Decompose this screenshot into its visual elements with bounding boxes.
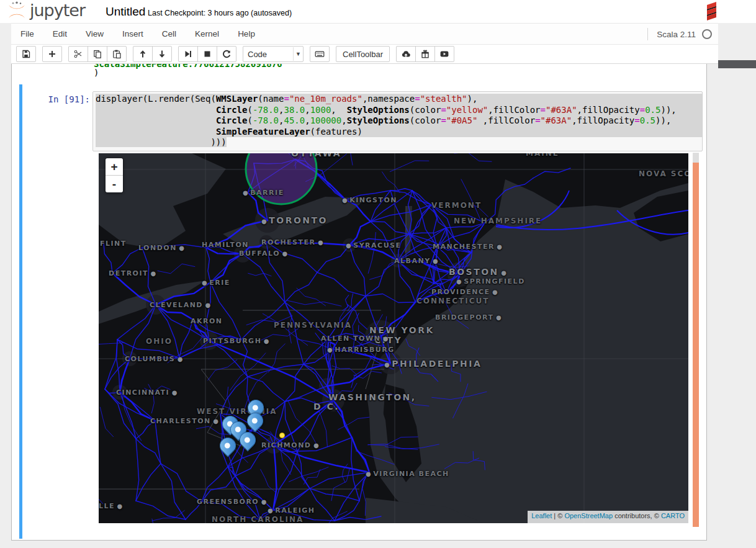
map-label-bridgeport: BRIDGEPORT ● <box>435 313 502 321</box>
refresh-icon <box>222 49 232 59</box>
map-label-allen-town: ALLEN TOWN ● <box>321 335 389 343</box>
toolbar-group <box>178 46 236 62</box>
input-prompt: In [91]: <box>20 94 90 104</box>
toolbar-group: Code▼ <box>243 46 304 62</box>
attribution-link-carto[interactable]: CARTO <box>661 512 685 519</box>
celltoolbar-button[interactable]: CellToolbar <box>336 46 390 62</box>
map-label-virginia-beach: ● VIRGINIA BEACH <box>366 470 449 478</box>
cloud-upload-icon <box>401 49 411 59</box>
code-line: displayer(L.render(Seq(WMSLayer(name="ne… <box>96 94 702 105</box>
selected-cell-indicator <box>19 84 22 539</box>
celltoolbar-label: CellToolbar <box>336 50 389 59</box>
video-button[interactable] <box>434 46 454 62</box>
toolbar-group: CellToolbar <box>336 46 390 62</box>
map-label-greensboro: GREENSBORO ● <box>197 498 266 506</box>
map-label-providence: PROVIDENCE ● <box>431 288 498 296</box>
notebook-container: ScalaSimpleFeature:77661217582691876 ) I… <box>11 64 707 541</box>
map-label-philadelphia: ● PHILADELPHIA <box>384 359 482 369</box>
map-label-pittsburgh: PITTSBURGH ● <box>203 337 269 345</box>
map-label-hamilton: HAMILTON <box>202 241 249 249</box>
attribution-text: contributors, © <box>613 512 661 519</box>
zoom-in-button[interactable]: + <box>106 158 123 176</box>
menu-items: FileEditViewInsertCellKernelHelp <box>11 29 264 38</box>
run-button[interactable] <box>178 46 198 62</box>
map-label-boston: BOSTON ● <box>449 267 506 277</box>
play-video-icon <box>439 49 449 59</box>
map-label-new-hampshire: NEW HAMPSHIRE <box>454 217 542 225</box>
map-label-north-carolina: NORTH CAROLINA <box>212 515 304 523</box>
scala-logo-icon <box>707 1 716 20</box>
code-line: ))) <box>96 137 702 148</box>
map-label-london: LONDON ● <box>138 244 184 252</box>
kernel-name: Scala 2.11 <box>657 30 696 39</box>
menu-cell[interactable]: Cell <box>153 29 186 38</box>
checkpoint-status: Last Checkpoint: 3 hours ago (autosaved) <box>148 9 292 17</box>
map-label-harrisburg: ● HARRISBURG <box>327 346 395 354</box>
move-up-button[interactable] <box>133 46 153 62</box>
nbextensions-button[interactable] <box>415 46 435 62</box>
map-attribution: Leaflet | © OpenStreetMap contributors, … <box>528 511 688 523</box>
menu-kernel[interactable]: Kernel <box>186 29 228 38</box>
cloud-upload-button[interactable] <box>396 46 416 62</box>
jupyter-logo[interactable]: jupyter <box>6 1 85 20</box>
map-label-toronto: ● TORONTO <box>261 215 328 225</box>
menu-insert[interactable]: Insert <box>113 29 153 38</box>
restart-kernel-button[interactable] <box>217 46 236 62</box>
map-label-lle: LLE ● <box>99 502 122 510</box>
menu-file[interactable]: File <box>11 29 43 38</box>
plus-icon <box>47 49 57 59</box>
map-label-flint: FLINT <box>100 240 127 248</box>
stop-button[interactable] <box>197 46 217 62</box>
map-label-erie: ● ERIE <box>202 279 230 287</box>
map-label-springfield: ● SPRINGFIELD <box>456 277 525 285</box>
map-label-detroit: DETROIT ● <box>109 269 156 277</box>
kernel-idle-icon <box>702 29 712 39</box>
attribution-link-leaflet[interactable]: Leaflet <box>531 512 552 519</box>
code-line: SimpleFeatureLayer(features) <box>96 127 702 138</box>
yellow-circle-marker[interactable] <box>279 433 285 438</box>
zoom-out-button[interactable]: - <box>106 176 123 192</box>
menu-view[interactable]: View <box>76 29 113 38</box>
command-palette-button[interactable] <box>310 46 330 62</box>
toolbar-group <box>68 46 127 62</box>
map-label-west-virginia: WEST VIRGINIA <box>197 407 277 416</box>
keyboard-icon <box>315 49 325 59</box>
map-label-raleigh: ● RALEIGH <box>268 506 315 514</box>
map-label-pennsylvania: PENNSYLVANIA <box>274 321 352 330</box>
map-label-barrie: ● BARRIE <box>243 189 284 197</box>
map-label-akron: AKRON <box>191 317 223 325</box>
copy-cell-button[interactable] <box>88 46 107 62</box>
menu-help[interactable]: Help <box>228 29 264 38</box>
code-input-area[interactable]: displayer(L.render(Seq(WMSLayer(name="ne… <box>92 91 703 151</box>
map-label-nova-scotia: NOVA SCOTIA <box>639 169 688 178</box>
chevron-down-icon: ▼ <box>293 47 303 61</box>
kernel-indicator-area: Scala 2.11 <box>647 24 716 45</box>
move-down-button[interactable] <box>152 46 172 62</box>
map-label-ohio: OHIO <box>146 337 173 346</box>
cut-cell-button[interactable] <box>68 46 88 62</box>
cell-type-select[interactable]: Code▼ <box>243 46 304 62</box>
map-label-d-c-: D C. <box>313 402 340 411</box>
save-button[interactable] <box>16 46 36 62</box>
map-label-new-york: NEW YORK <box>369 325 434 335</box>
toolbar-group <box>310 46 330 62</box>
menu-edit[interactable]: Edit <box>43 29 76 38</box>
notebook-title[interactable]: Untitled <box>106 5 145 19</box>
code-line: Circle(-78.0,38.0,1000, StyleOptions(col… <box>96 105 702 116</box>
jupyter-logo-text: jupyter <box>30 1 85 20</box>
previous-cell-output: ScalaSimpleFeature:77661217582691876 <box>94 64 282 69</box>
output-scrollbar-thumb[interactable] <box>693 163 699 527</box>
header: jupyter Untitled Last Checkpoint: 3 hour… <box>0 0 756 23</box>
paste-icon <box>112 49 122 59</box>
arrow-down-icon <box>157 49 167 59</box>
map-label-cincinnati: CINCINNATI ● <box>116 389 177 397</box>
map-label-rochester: ROCHESTER ● <box>261 238 323 246</box>
leaflet-map[interactable]: OTTAWAMAINENOVA SCOTIA● BARRIE● KINGSTON… <box>99 153 688 523</box>
map-label-charleston: CHARLESTON ● <box>150 417 218 425</box>
previous-cell-closing-paren: ) <box>94 68 99 78</box>
add-cell-button[interactable] <box>42 46 62 62</box>
page-bottom-margin <box>0 541 756 548</box>
attribution-link-openstreetmap[interactable]: OpenStreetMap <box>564 512 613 519</box>
paste-cell-button[interactable] <box>107 46 127 62</box>
stop-icon <box>202 49 212 59</box>
